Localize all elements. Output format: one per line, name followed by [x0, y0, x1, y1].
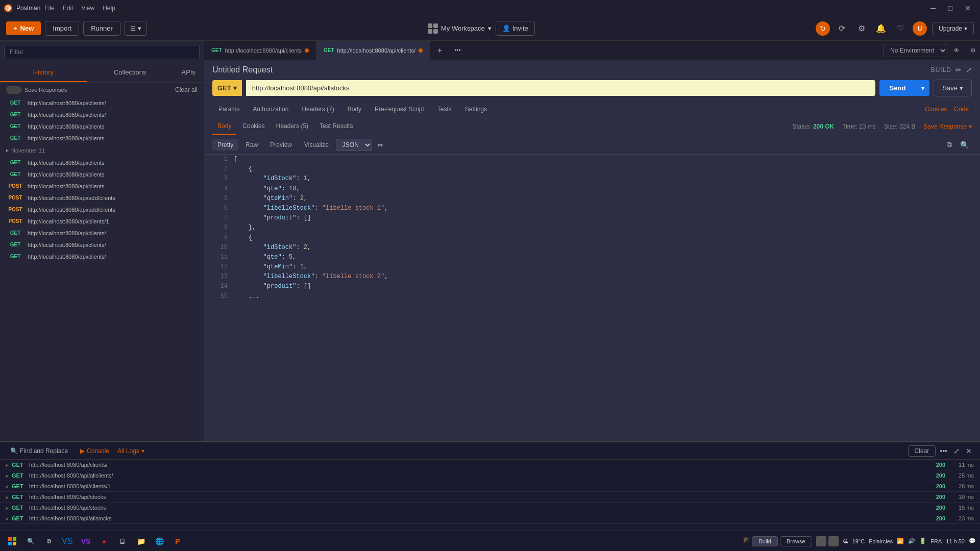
resp-tab-headers[interactable]: Headers (5)	[271, 118, 313, 135]
list-item[interactable]: GET http://localhost:8080/api/clients/	[0, 251, 204, 262]
close-button[interactable]: ✕	[960, 0, 976, 16]
chrome-icon[interactable]: 🌐	[151, 533, 167, 549]
preview-button[interactable]: Preview	[265, 139, 297, 151]
edit-title-button[interactable]: ✏	[955, 66, 962, 74]
cookies-link[interactable]: Cookies	[922, 102, 950, 118]
env-eye-button[interactable]: 👁	[949, 43, 964, 58]
close-console-button[interactable]: ✕	[964, 445, 974, 457]
app-icon-2[interactable]: 🖥	[114, 533, 131, 549]
list-item[interactable]: GET http://localhost:8080/api/clients	[0, 132, 204, 144]
start-button[interactable]	[4, 533, 20, 549]
log-item[interactable]: ▸ GET http://localhost:8080/api/allclien…	[0, 470, 980, 481]
list-item[interactable]: GET http://localhost:8080/api/clients	[0, 168, 204, 180]
list-item[interactable]: GET http://localhost:8080/api/clients/	[0, 109, 204, 120]
list-item[interactable]: GET http://localhost:8080/api/clients	[0, 157, 204, 168]
import-button[interactable]: Import	[45, 21, 79, 36]
save-button[interactable]: Save ▾	[934, 80, 972, 96]
log-item[interactable]: ▸ GET http://localhost:8080/api/allstock…	[0, 513, 980, 524]
tab-headers[interactable]: Headers (7)	[296, 102, 340, 118]
environment-select[interactable]: No Environment	[884, 44, 947, 57]
tab-tests[interactable]: Tests	[431, 102, 458, 118]
log-item[interactable]: ▸ GET http://localhost:8080/api/stocks 2…	[0, 492, 980, 503]
tab-pre-request[interactable]: Pre-request Script	[369, 102, 430, 118]
user-avatar[interactable]: U	[913, 21, 927, 36]
heart-icon-btn[interactable]: ♡	[893, 21, 908, 36]
list-item[interactable]: GET http://localhost:8080/api/clients/	[0, 227, 204, 239]
env-settings-button[interactable]: ⚙	[966, 43, 980, 58]
more-options-button[interactable]: •••	[938, 445, 949, 457]
list-item[interactable]: POST http://localhost:8080/api/clients	[0, 180, 204, 192]
list-item[interactable]: POST http://localhost:8080/api/add/clien…	[0, 192, 204, 204]
sync-button[interactable]: ↻	[816, 21, 830, 36]
browse-mode-button[interactable]: Browse	[780, 536, 812, 546]
search-response-button[interactable]: 🔍	[957, 138, 972, 151]
req-tab-1[interactable]: GET http://localhost:8080/api/clients/	[316, 41, 430, 60]
tab-params[interactable]: Params	[212, 102, 246, 118]
resp-tab-test-results[interactable]: Test Results	[314, 118, 358, 135]
code-link[interactable]: Code	[951, 102, 972, 118]
tab-collections[interactable]: Collections	[87, 63, 174, 82]
vscode-icon[interactable]: VS	[59, 533, 76, 549]
expand-button[interactable]: ⤢	[966, 66, 972, 74]
list-item[interactable]: GET http://localhost:8080/api/clients/	[0, 239, 204, 251]
menu-edit[interactable]: Edit	[63, 5, 74, 12]
wrap-icon-button[interactable]: ⇔	[374, 139, 386, 151]
vs-icon[interactable]: VS	[78, 533, 94, 549]
req-tab-0[interactable]: GET http://localhost:8080/api/clients	[204, 41, 316, 60]
list-item[interactable]: GET http://localhost:8080/api/clients/	[0, 97, 204, 109]
find-replace-tab[interactable]: 🔍 Find and Replace	[6, 445, 72, 457]
method-selector[interactable]: GET ▾	[212, 80, 242, 96]
search-input[interactable]	[4, 45, 200, 59]
bell-icon-btn[interactable]: 🔔	[874, 21, 888, 36]
send-arrow-button[interactable]: ▾	[916, 80, 929, 96]
postman-taskbar-icon[interactable]: P	[169, 533, 186, 549]
task-view-button[interactable]: ⧉	[41, 533, 57, 549]
raw-button[interactable]: Raw	[240, 139, 263, 151]
more-tabs-button[interactable]: •••	[449, 47, 466, 54]
resp-tab-cookies[interactable]: Cookies	[237, 118, 270, 135]
search-button[interactable]: 🔍	[22, 533, 39, 549]
history-icon-btn[interactable]: ⟳	[835, 21, 849, 36]
add-tab-button[interactable]: +	[430, 46, 449, 55]
clear-console-button[interactable]: Clear	[908, 445, 936, 457]
list-item[interactable]: GET http://localhost:8080/api/clients	[0, 120, 204, 132]
app-icon-1[interactable]: ●	[96, 533, 112, 549]
format-select[interactable]: JSON	[336, 139, 372, 151]
tab-body[interactable]: Body	[341, 102, 368, 118]
tab-icon-button[interactable]: ⊞ ▾	[125, 21, 147, 36]
upgrade-button[interactable]: Upgrade ▾	[932, 22, 974, 35]
build-mode-button[interactable]: Build	[752, 536, 777, 546]
runner-button[interactable]: Runner	[83, 21, 120, 36]
settings-icon-btn[interactable]: ⚙	[854, 21, 869, 36]
new-button[interactable]: + New	[6, 21, 41, 35]
send-button[interactable]: Send	[879, 80, 916, 96]
all-logs-button[interactable]: All Logs ▾	[117, 447, 144, 455]
save-response-button[interactable]: Save Response ▾	[923, 123, 972, 130]
visualize-button[interactable]: Visualize	[299, 139, 334, 151]
open-external-button[interactable]: ⤢	[951, 445, 962, 457]
clear-all-button[interactable]: Clear all	[175, 86, 198, 93]
toggle-switch[interactable]	[6, 86, 21, 94]
tab-apis[interactable]: APIs	[174, 63, 204, 82]
menu-view[interactable]: View	[81, 5, 94, 12]
url-input[interactable]	[246, 80, 875, 96]
list-item[interactable]: POST http://localhost:8080/api/clients/1	[0, 215, 204, 227]
workspace-selector[interactable]: My Workspace ▾	[428, 23, 492, 34]
console-tab[interactable]: ▶ Console	[76, 445, 113, 457]
minimize-button[interactable]: ─	[925, 0, 941, 16]
maximize-button[interactable]: □	[942, 0, 959, 16]
tab-history[interactable]: History	[0, 63, 87, 82]
app-icon-3[interactable]: 📁	[133, 533, 149, 549]
resp-tab-body[interactable]: Body	[212, 118, 236, 135]
tab-settings[interactable]: Settings	[459, 102, 493, 118]
menu-file[interactable]: File	[44, 5, 54, 12]
invite-button[interactable]: 👤 Invite	[496, 21, 535, 36]
copy-response-button[interactable]: ⧉	[944, 138, 955, 151]
list-item[interactable]: POST http://localhost:8080/api/add/clien…	[0, 204, 204, 215]
tab-authorization[interactable]: Authorization	[247, 102, 295, 118]
log-item[interactable]: ▸ GET http://localhost:8080/api/clients/…	[0, 460, 980, 470]
log-item[interactable]: ▸ GET http://localhost:8080/api/stocks 2…	[0, 503, 980, 513]
log-item[interactable]: ▸ GET http://localhost:8080/api/clients/…	[0, 481, 980, 492]
menu-help[interactable]: Help	[103, 5, 115, 12]
pretty-button[interactable]: Pretty	[212, 139, 238, 151]
